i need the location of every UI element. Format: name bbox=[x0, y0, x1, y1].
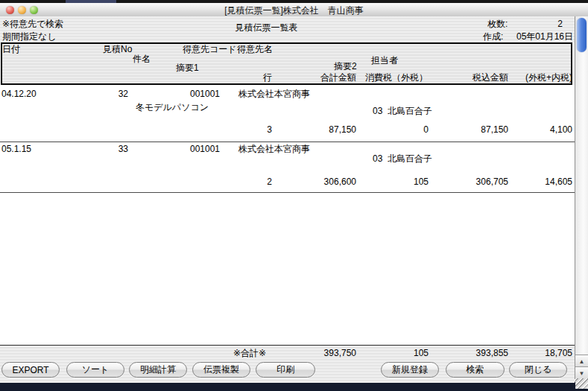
period-label: 期間指定なし bbox=[2, 32, 57, 42]
totals-total: 393,750 bbox=[324, 349, 356, 358]
row-subject: 冬モデルパソコン bbox=[136, 103, 209, 112]
col-header-tax: 消費税（外税） bbox=[365, 73, 428, 83]
created-label: 作成: bbox=[483, 32, 503, 42]
row-date: 04.12.20 bbox=[1, 89, 37, 99]
row-staff: 03 北島百合子 bbox=[373, 154, 432, 164]
row-staff: 03 北島百合子 bbox=[373, 107, 432, 116]
quote-row[interactable]: 05.1.15 33 001001 株式会社本宮商事 03 北島百合子 2 30… bbox=[0, 142, 575, 193]
row-lines: 3 bbox=[267, 125, 272, 135]
report-title: 見積伝票一覧表 bbox=[0, 23, 533, 33]
col-header-summary1: 摘要1 bbox=[176, 63, 199, 73]
scroll-down-button[interactable]: ▼ bbox=[575, 366, 588, 379]
col-header-tax-combined: (外税+内税) bbox=[525, 73, 572, 83]
resize-grip-icon[interactable] bbox=[575, 378, 588, 389]
footer-bar: ※合計※ 393,750 105 393,855 18,705 EXPORT ソ… bbox=[0, 345, 575, 383]
export-button[interactable]: EXPORT bbox=[1, 362, 60, 378]
col-header-date: 日付 bbox=[2, 45, 20, 54]
down-arrow-icon: ▼ bbox=[579, 370, 585, 377]
row-tax: 105 bbox=[414, 177, 429, 187]
row-customer-code: 001001 bbox=[190, 144, 220, 154]
totals-label: ※合計※ bbox=[233, 349, 266, 358]
row-tax-combined: 4,100 bbox=[550, 125, 572, 135]
row-total-with-tax: 87,150 bbox=[481, 125, 508, 135]
row-date: 05.1.15 bbox=[1, 144, 31, 154]
quote-row[interactable]: 04.12.20 32 001001 株式会社本宮商事 冬モデルパソコン 03 … bbox=[0, 88, 575, 142]
row-total: 306,600 bbox=[324, 177, 356, 187]
sheets-label: 枚数: bbox=[487, 19, 508, 29]
created-date: 05年01月16日 bbox=[516, 32, 573, 42]
row-total-with-tax: 306,705 bbox=[476, 177, 508, 187]
row-tax: 0 bbox=[423, 125, 429, 135]
row-tax-combined: 14,605 bbox=[545, 177, 572, 187]
col-header-lines: 行 bbox=[263, 73, 272, 83]
row-customer-name: 株式会社本宮商事 bbox=[238, 89, 310, 99]
search-button[interactable]: 検索 bbox=[446, 362, 505, 378]
sort-button[interactable]: ソート bbox=[66, 362, 124, 378]
vertical-scrollbar[interactable]: ▲ ▼ bbox=[575, 16, 588, 379]
col-header-staff: 担当者 bbox=[371, 56, 398, 66]
row-total: 87,150 bbox=[329, 125, 356, 135]
row-lines: 2 bbox=[267, 177, 272, 187]
scrollbar-thumb[interactable] bbox=[577, 18, 587, 52]
row-customer-name: 株式会社本宮商事 bbox=[238, 144, 310, 154]
col-header-customer-code: 得意先コード bbox=[183, 45, 237, 54]
totals-tax: 105 bbox=[414, 349, 429, 358]
detail-calc-button[interactable]: 明細計算 bbox=[129, 362, 187, 378]
totals-total-with-tax: 393,855 bbox=[476, 349, 508, 358]
totals-tax-combined: 18,705 bbox=[545, 349, 572, 358]
title-bar[interactable]: [見積伝票一覧]株式会社 青山商事 bbox=[0, 3, 588, 17]
col-header-total: 合計金額 bbox=[320, 73, 356, 83]
scroll-up-button[interactable]: ▲ bbox=[575, 355, 588, 367]
col-header-customer-name: 得意先名 bbox=[237, 45, 273, 54]
sheets-value: 2 bbox=[557, 19, 563, 29]
info-bar: ※得意先で検索 期間指定なし 見積伝票一覧表 枚数: 2 作成: 05年01月1… bbox=[0, 16, 575, 42]
col-header-quote-no: 見積No bbox=[103, 45, 132, 54]
list-area: 日付 見積No 得意先コード 得意先名 件名 担当者 摘要1 摘要2 行 合計金… bbox=[0, 42, 575, 345]
col-header-total-with-tax: 税込金額 bbox=[472, 73, 508, 83]
col-header-subject: 件名 bbox=[133, 54, 151, 64]
row-customer-code: 001001 bbox=[190, 89, 220, 99]
close-button[interactable]: 閉じる bbox=[509, 362, 567, 378]
duplicate-slip-button[interactable]: 伝票複製 bbox=[192, 362, 250, 378]
window-title: [見積伝票一覧]株式会社 青山商事 bbox=[0, 4, 588, 17]
row-quote-no: 32 bbox=[118, 89, 128, 99]
up-arrow-icon: ▲ bbox=[579, 358, 585, 365]
app-window: [見積伝票一覧]株式会社 青山商事 ※得意先で検索 期間指定なし 見積伝票一覧表… bbox=[0, 3, 588, 382]
col-header-summary2: 摘要2 bbox=[334, 62, 357, 71]
print-button[interactable]: 印刷 bbox=[256, 362, 315, 378]
new-entry-button[interactable]: 新規登録 bbox=[381, 362, 439, 378]
row-quote-no: 33 bbox=[118, 144, 128, 154]
